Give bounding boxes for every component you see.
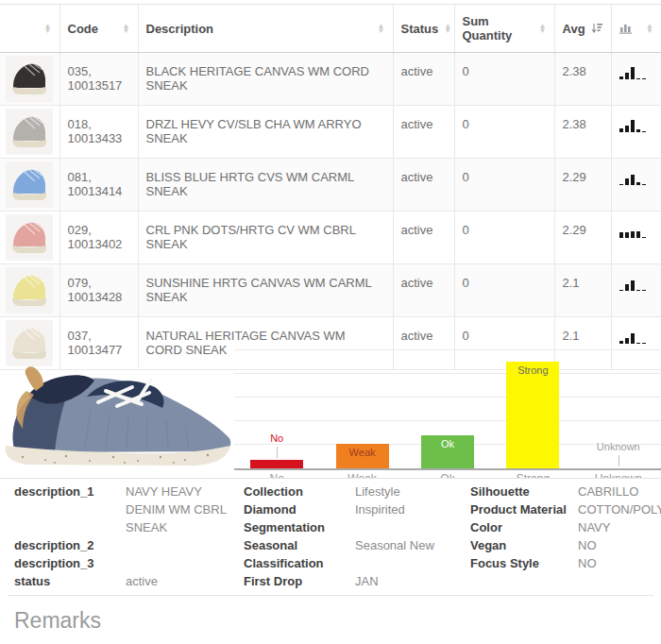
column-header-description[interactable]: Description ▲▼ [138,5,393,53]
product-thumbnail [6,161,53,208]
column-header-sum-quantity[interactable]: Sum Quantity ▲▼ [454,5,554,53]
sort-icon[interactable]: ▲▼ [378,24,385,33]
image-cell [0,212,59,264]
chart-bar-no[interactable] [250,460,303,468]
sort-icon[interactable]: ▲▼ [123,24,130,33]
label-tick [619,455,619,466]
status-cell: active [393,53,454,106]
description-cell: BLACK HERITAGE CANVAS WM CORD SNEAK [138,53,393,106]
image-cell [0,264,59,317]
column-label: Code [68,22,99,36]
sum-quantity-cell: 0 [454,212,554,264]
product-table: ▲▼ Code ▲▼ Description ▲▼ [0,4,661,370]
detail-value [126,536,244,554]
detail-value: active [126,572,244,590]
rating-bar-chart: NoWeakOkStrongUnknown NoWeakOkStrongUnkn… [234,349,661,483]
column-header-status[interactable]: Status ▲▼ [393,5,454,53]
detail-label: description_2 [14,536,126,554]
sparkline-chart [619,172,646,185]
chart-bar-weak[interactable]: Weak [336,444,389,468]
sort-amount-desc-icon[interactable] [591,23,603,34]
detail-value: Lifestyle [355,483,470,500]
label-tick [277,447,278,458]
column-header-chart[interactable]: ▲▼ [611,5,661,53]
chart-bar-slot: Unknown [576,349,661,468]
sparkline-chart [619,119,646,132]
detail-value: JAN [355,572,470,590]
detail-label: Seasonal Classification [244,536,355,572]
chart-bar-strong[interactable]: Strong [506,362,559,468]
column-header-avg[interactable]: Avg [554,5,611,53]
detail-label: Diamond Segmentation [244,500,355,536]
table-row[interactable]: 018, 10013433 DRZL HEVY CV/SLB CHA WM AR… [0,106,661,159]
remarks-title: Remarks [14,608,661,634]
description-cell: BLISS BLUE HRTG CVS WM CARML SNEAK [138,159,393,212]
detail-label: Focus Style [470,554,578,572]
sort-icon[interactable]: ▲▼ [646,24,653,33]
product-details-panel: description_1NAVY HEAVY DENIM WM CBRL SN… [0,478,661,608]
product-image [0,351,238,477]
description-cell: SUNSHINE HRTG CANVAS WM CARML SNEAK [138,264,393,317]
column-header-code[interactable]: Code ▲▼ [59,5,138,53]
column-label: Avg [563,22,585,36]
sparkline-chart [619,330,646,344]
chart-plot-area: NoWeakOkStrongUnknown [234,349,661,470]
detail-value: Seasonal New [355,536,470,554]
sort-icon[interactable]: ▲▼ [539,24,547,33]
detail-label: Silhouette [470,483,578,500]
detail-value: CABRILLO [578,483,661,500]
table-row[interactable]: 035, 10013517 BLACK HERITAGE CANVAS WM C… [0,53,661,106]
sparkline-chart [619,225,646,238]
sparkline-cell [611,53,661,106]
sort-icon[interactable]: ▲▼ [44,24,52,33]
table-row[interactable]: 081, 10013414 BLISS BLUE HRTG CVS WM CAR… [0,159,661,212]
sum-quantity-cell: 0 [454,159,554,212]
image-cell [0,53,59,106]
detail-label: Color [470,518,578,536]
detail-value: NO [578,536,661,554]
sparkline-cell [611,106,661,159]
detail-field: Product MaterialCOTTON/POLY [470,500,661,518]
detail-field: VeganNO [470,536,661,554]
sparkline-chart [619,278,646,291]
table-header-row: ▲▼ Code ▲▼ Description ▲▼ [0,5,661,53]
chart-bar-ok[interactable]: Ok [421,435,474,468]
table-row[interactable]: 079, 10013428 SUNSHINE HRTG CANVAS WM CA… [0,264,661,317]
detail-label: description_3 [14,554,126,572]
status-cell: active [393,106,454,159]
detail-field: First DropJAN [244,572,470,590]
avg-cell: 2.1 [554,264,611,317]
status-cell: active [393,212,454,264]
status-cell: active [393,159,454,212]
detail-field: ColorNAVY [470,518,661,536]
detail-field: statusactive [14,572,244,590]
image-cell [0,159,59,212]
remarks-section: Remarks [0,595,661,634]
column-header-image[interactable]: ▲▼ [0,5,59,53]
chart-bar-slot: No [234,349,319,468]
details-column-classification: CollectionLifestyleDiamond SegmentationI… [244,483,470,608]
description-cell: DRZL HEVY CV/SLB CHA WM ARRYO SNEAK [138,106,393,159]
product-thumbnail [6,214,53,261]
code-cell: 079, 10013428 [59,264,138,317]
product-thumbnail [6,56,53,102]
code-cell: 035, 10013517 [59,53,138,106]
sparkline-cell [611,212,661,264]
detail-value [126,554,244,572]
sparkline-cell [611,264,661,317]
status-cell: active [393,264,454,317]
table-row[interactable]: 029, 10013402 CRL PNK DOTS/HRTG CV WM CB… [0,212,661,264]
detail-label: status [14,572,126,590]
sort-icon[interactable]: ▲▼ [444,24,451,33]
product-thumbnail [6,109,53,155]
sum-quantity-cell: 0 [454,53,554,106]
column-label: Description [146,22,214,36]
product-dashboard: ▲▼ Code ▲▼ Description ▲▼ [0,0,661,644]
chart-bar-slot: Strong [490,349,575,468]
detail-label: First Drop [244,572,355,590]
sparkline-cell [611,159,661,212]
product-thumbnail [6,267,53,314]
image-cell [0,106,59,159]
bar-value-label: Strong [517,364,548,376]
description-cell: CRL PNK DOTS/HRTG CV WM CBRL SNEAK [138,212,393,264]
